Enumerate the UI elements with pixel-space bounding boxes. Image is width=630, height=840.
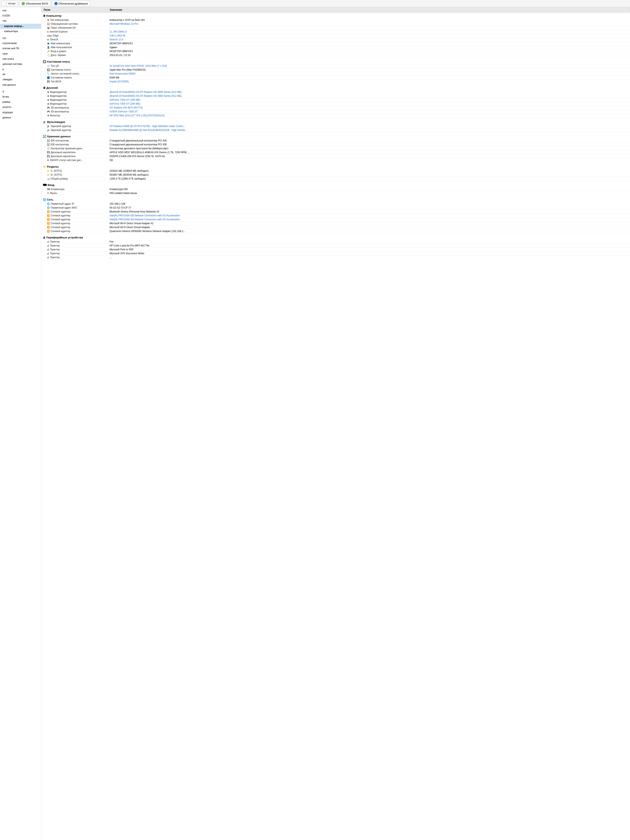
- sidebar-item-2[interactable]: тер: [0, 18, 41, 24]
- value-normal: DESKTOP-0B8FGF2: [109, 50, 133, 53]
- sidebar-item-10[interactable]: р: [0, 67, 41, 72]
- content-area: Поле Значение 🖥Компьютер🖥Тип компьютераК…: [41, 7, 630, 840]
- value-normal: DESKTOP-0B8FGF2: [109, 42, 133, 45]
- section-header-2: 🖥Дисплей: [41, 85, 630, 90]
- sidebar-item-0[interactable]: ное: [0, 8, 41, 13]
- row-icon-8-2: 🖨: [47, 248, 49, 251]
- sidebar-item-7[interactable]: чики: [0, 51, 41, 57]
- value-normal: Apple Mac Pro (Mac-F4208DC8): [109, 68, 145, 71]
- value-normal: Контроллер дискового пространства (Майкр…: [109, 147, 168, 150]
- table-row: 🖥ВидеоадаптерGeForce 7300 GT (256 МБ): [41, 102, 630, 106]
- table-row: 🕐Дата / Время2023-01-01 / 12:19: [41, 53, 630, 57]
- sidebar-item-8[interactable]: ная плата: [0, 57, 41, 62]
- value-normal: APPLE HDD WDC WD10EALX-408EA0 ATA Device…: [109, 151, 189, 154]
- row-icon-4-3: 💾: [47, 151, 50, 153]
- value-normal: Qualcomm Atheros AR5008X Wireless Networ…: [109, 230, 185, 233]
- sidebar-item-11[interactable]: ей: [0, 72, 41, 77]
- driver-update-label: Обновления драйверов: [58, 2, 88, 5]
- sidebar-item-computer[interactable]: компьютера: [0, 29, 41, 34]
- table-row: 🌐Первичный адрес IP192.168.2.106: [41, 202, 630, 206]
- table-row: 💻Имя компьютераDESKTOP-0B8FGF2: [41, 42, 630, 46]
- table-row: 🖨ПринтерFax: [41, 240, 630, 244]
- table-row: ⬜Тип ЦП2x QuadCore Intel Xeon E5345, 233…: [41, 64, 630, 68]
- table-row: 🔊Звуковой адаптерRealtek ALC885/889A/890…: [41, 128, 630, 132]
- sidebar-item-3[interactable]: [0, 34, 41, 36]
- sidebar-item-9[interactable]: ционная система: [0, 62, 41, 67]
- driver-update-button[interactable]: 🔵 Обновления драйверов: [52, 1, 90, 6]
- info-table: Поле Значение 🖥Компьютер🖥Тип компьютераК…: [41, 7, 630, 261]
- sidebar-item-13[interactable]: ние данных: [0, 82, 41, 87]
- row-icon-8-3: 🖨: [47, 252, 49, 255]
- sidebar-item-15[interactable]: X: [0, 89, 41, 94]
- field-label: Тип BIOS: [51, 80, 62, 83]
- sidebar-item-16[interactable]: йства: [0, 94, 41, 99]
- field-label: Чипсет системной платы: [51, 72, 79, 75]
- value-link: ATI Radeon HD 4870 (RV770): [109, 106, 143, 109]
- sidebar-item-5[interactable]: ктропитание: [0, 41, 41, 46]
- row-icon-5-2: 📊: [47, 177, 50, 180]
- sidebar-item-17[interactable]: раммы: [0, 99, 41, 104]
- row-icon-2-5: 🎮: [47, 111, 50, 113]
- section-header-6: ⌨Ввод: [41, 182, 630, 187]
- section-icon-1: 🔲: [43, 60, 46, 63]
- field-label: Видеоадаптер: [50, 102, 67, 105]
- value-link: nVIDIA GeForce 7300 GT: [109, 110, 138, 113]
- field-label: 3D-акселератор: [51, 106, 69, 109]
- section-icon-3: 🔊: [43, 120, 46, 123]
- row-icon-1-4: 💾: [47, 80, 50, 83]
- sidebar-item-20[interactable]: данных: [0, 115, 41, 120]
- field-label: Общий размер: [51, 177, 68, 180]
- value-link: Intel Greencreek 5000X: [109, 72, 136, 75]
- row-icon-7-7: 📶: [47, 230, 50, 232]
- row-icon-0-8: 🔑: [47, 50, 50, 52]
- section-label-3: Мультимедиа: [47, 120, 65, 123]
- table-row: 🖱МышьHID-совместимая мышь: [41, 191, 630, 195]
- section-icon-7: 🌐: [43, 198, 46, 201]
- value-link: @oem5.inf,%amd9440.1%;ATI Radeon HD 4800…: [109, 95, 182, 97]
- field-label: Edge: [53, 34, 58, 37]
- sidebar-item-14[interactable]: [0, 87, 41, 89]
- section-label-6: Ввод: [47, 183, 54, 186]
- value-normal: 2023-01-01 / 12:19: [109, 54, 130, 57]
- sidebar-item-6[interactable]: ататив ный ПК: [0, 46, 41, 51]
- row-icon-8-1: 🖨: [47, 245, 49, 247]
- sidebar-item-4[interactable]: гон: [0, 36, 41, 41]
- value-link: Intel(R) PRO/1000 EB Network Connection …: [109, 214, 180, 217]
- bios-update-button[interactable]: 🟢 Обновления BIOS: [19, 1, 51, 6]
- driver-icon: 🔵: [54, 2, 58, 5]
- sidebar-item-summary[interactable]: марная инфор...: [0, 24, 41, 29]
- table-row: 📶Сетевой адаптерQualcomm Atheros AR5008X…: [41, 229, 630, 233]
- field-label: Принтер: [50, 252, 60, 255]
- value-link: GeForce 7300 GT (256 МБ): [109, 102, 140, 105]
- value-normal: ...: [109, 256, 112, 259]
- table-row: 📶Сетевой адаптерMicrosoft Wi-Fi Direct V…: [41, 225, 630, 229]
- field-label: Дисковый накопитель: [51, 155, 76, 158]
- section-icon-6: ⌨: [43, 183, 47, 186]
- sidebar-item-12[interactable]: тимедиа: [0, 77, 41, 82]
- table-row: 💽IDE-контроллерСтандартный двухканальный…: [41, 139, 630, 143]
- field-label: Тип ЦП: [51, 65, 59, 67]
- table-row: 💾Дисковый накопительSSDPR-CX400-256 ATA …: [41, 155, 630, 158]
- sidebar-item-1[interactable]: 0.6200: [0, 13, 41, 18]
- field-label: G: (NTFS): [51, 173, 62, 176]
- value-normal: Microsoft Wi-Fi Direct Virtual Adapter: [109, 226, 150, 229]
- value-normal: HP Color LaserJet Pro MFP M177fw: [109, 244, 150, 247]
- section-label-7: Сеть: [47, 198, 53, 201]
- table-row: dxDirectXDirectX 12.0: [41, 38, 630, 42]
- sidebar-item-18[interactable]: асность: [0, 104, 41, 110]
- section-icon-0: 🖥: [43, 14, 46, 17]
- report-label: Отчёт: [8, 2, 16, 5]
- field-label: IDE-контроллер: [51, 139, 69, 142]
- field-label: Дисковый накопитель: [51, 151, 76, 154]
- value-normal: Стандартный двухканальный контроллер PCI…: [109, 143, 167, 146]
- section-icon-4: 💽: [43, 135, 46, 138]
- section-label-1: Системная плата: [47, 60, 70, 63]
- table-row: 🌐Первичный адрес MAC00-1E-S2-73-CF-77: [41, 206, 630, 210]
- sidebar-item-19[interactable]: игурация: [0, 110, 41, 115]
- table-row: 👤Имя пользователяАдмин: [41, 46, 630, 49]
- row-icon-1-1: 🔲: [47, 69, 50, 71]
- value-link: @oem5.inf,%amd9440.1%;ATI Radeon HD 4800…: [109, 91, 182, 93]
- row-icon-6-0: ⌨: [47, 188, 50, 190]
- report-button[interactable]: 📄 Отчёт: [2, 1, 18, 6]
- row-icon-0-3: ie: [47, 30, 49, 33]
